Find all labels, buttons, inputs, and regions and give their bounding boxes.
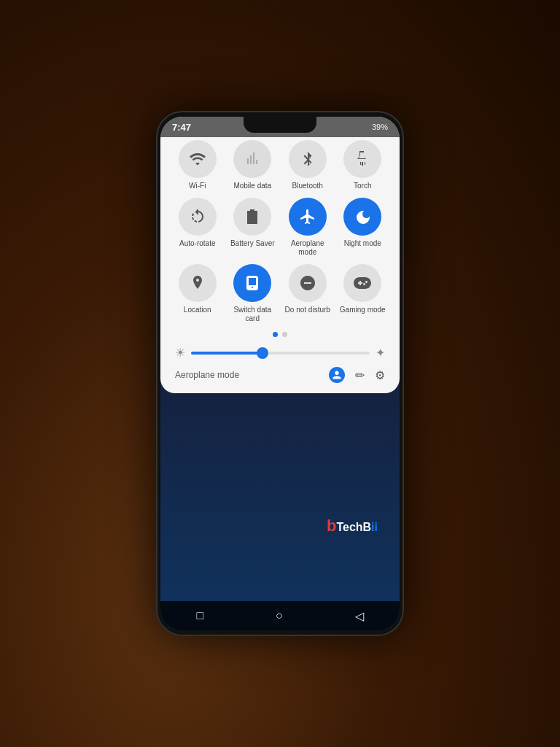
user-avatar-button[interactable] — [329, 367, 345, 383]
qs-grid: Wi-Fi Mobile data — [172, 140, 388, 323]
nav-recent-button[interactable]: □ — [196, 609, 203, 622]
nav-bar: □ ○ ◁ — [160, 601, 400, 630]
bluetooth-icon-circle[interactable] — [289, 140, 327, 178]
watermark: bTechBii — [327, 516, 378, 535]
notch — [244, 117, 316, 133]
torch-icon — [356, 150, 369, 169]
wifi-icon-circle[interactable] — [179, 140, 217, 178]
qs-item-auto-rotate[interactable]: Auto-rotate — [172, 198, 223, 257]
status-time: 7:47 — [172, 122, 191, 133]
phone-device: 7:47 39% Wi-Fi — [156, 111, 404, 636]
watermark-bii: ii — [371, 521, 378, 533]
auto-rotate-label: Auto-rotate — [179, 239, 215, 248]
brightness-track[interactable] — [191, 352, 370, 355]
switch-data-label: Switch data card — [228, 306, 279, 323]
brightness-row: ☀ ✦ — [172, 346, 388, 360]
aeroplane-icon-circle[interactable] — [289, 198, 327, 236]
qs-item-gaming[interactable]: Gaming mode — [338, 264, 389, 323]
wifi-label: Wi-Fi — [189, 182, 206, 190]
qs-item-night-mode[interactable]: Night mode — [338, 198, 389, 257]
nav-back-button[interactable]: ◁ — [355, 609, 364, 623]
qs-bottom-icons: ✏ ⚙ — [329, 367, 385, 383]
mobile-data-icon — [245, 151, 260, 167]
qs-status-text: Aeroplane mode — [175, 370, 239, 380]
aeroplane-icon — [299, 208, 316, 225]
dnd-label: Do not disturb — [285, 306, 330, 314]
battery-saver-icon — [245, 208, 260, 225]
auto-rotate-icon-circle[interactable] — [179, 198, 217, 236]
night-mode-icon-circle[interactable] — [343, 198, 381, 236]
qs-item-mobile-data[interactable]: Mobile data — [228, 140, 279, 190]
brightness-thumb[interactable] — [257, 347, 268, 359]
bluetooth-label: Bluetooth — [292, 182, 323, 190]
location-label: Location — [184, 306, 211, 314]
torch-icon-circle[interactable] — [343, 140, 381, 178]
qs-item-location[interactable]: Location — [172, 264, 223, 323]
location-icon — [191, 274, 204, 292]
location-icon-circle[interactable] — [179, 264, 217, 302]
dot-active — [273, 332, 278, 337]
torch-label: Torch — [354, 182, 371, 190]
status-icons: 39% — [372, 123, 388, 131]
auto-rotate-icon — [189, 208, 206, 225]
settings-button[interactable]: ⚙ — [375, 368, 385, 382]
dot-inactive — [282, 332, 287, 337]
qs-item-aeroplane[interactable]: Aeroplane mode — [282, 198, 333, 257]
brightness-fill — [191, 352, 262, 355]
nav-home-button[interactable]: ○ — [276, 609, 283, 622]
night-mode-icon — [354, 209, 370, 225]
gaming-icon-circle[interactable] — [343, 264, 381, 302]
pagination-dots — [172, 332, 388, 337]
qs-bottom-row: Aeroplane mode ✏ ⚙ — [172, 367, 388, 383]
phone-screen: 7:47 39% Wi-Fi — [160, 117, 400, 630]
switch-data-icon-circle[interactable] — [233, 264, 271, 302]
gaming-label: Gaming mode — [340, 306, 386, 314]
gaming-icon — [352, 276, 373, 290]
battery-saver-label: Battery Saver — [230, 239, 275, 248]
edit-button[interactable]: ✏ — [355, 368, 365, 382]
qs-item-wifi[interactable]: Wi-Fi — [172, 140, 223, 190]
quick-settings-panel: Wi-Fi Mobile data — [160, 117, 400, 393]
aeroplane-label: Aeroplane mode — [282, 239, 333, 257]
battery-text: 39% — [372, 123, 388, 131]
qs-item-battery-saver[interactable]: Battery Saver — [228, 198, 279, 257]
brightness-high-icon: ✦ — [376, 346, 385, 360]
user-icon — [332, 370, 342, 380]
dnd-icon-circle[interactable] — [289, 264, 327, 302]
watermark-b: b — [327, 516, 336, 535]
bluetooth-icon — [301, 150, 314, 168]
dnd-icon — [299, 274, 316, 292]
switch-data-icon — [244, 274, 261, 292]
wifi-icon — [189, 152, 206, 166]
qs-item-torch[interactable]: Torch — [338, 140, 389, 190]
mobile-data-icon-circle[interactable] — [233, 140, 271, 178]
qs-item-bluetooth[interactable]: Bluetooth — [282, 140, 333, 190]
brightness-low-icon: ☀ — [175, 346, 185, 360]
battery-saver-icon-circle[interactable] — [233, 198, 271, 236]
mobile-data-label: Mobile data — [233, 182, 271, 190]
qs-item-switch-data[interactable]: Switch data card — [228, 264, 279, 323]
qs-item-dnd[interactable]: Do not disturb — [282, 264, 333, 323]
watermark-brand: TechB — [336, 521, 371, 533]
night-mode-label: Night mode — [344, 239, 381, 248]
